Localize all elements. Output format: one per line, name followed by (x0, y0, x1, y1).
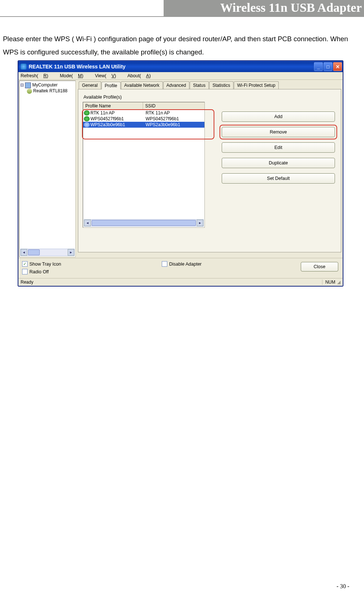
menu-bar: Refresh(R) Mode(M) View(V) About(A) (18, 72, 343, 80)
tab-advanced[interactable]: Advanced (163, 81, 189, 89)
device-tree[interactable]: ⊟ MyComputer Realtek RTL8188 ◄ ► (19, 81, 76, 257)
menu-refresh[interactable]: Refresh(R) (21, 73, 53, 78)
window-title: REALTEK 11n USB Wireless LAN Utility (29, 64, 125, 70)
cell-name: RTK 11n AP (90, 110, 146, 116)
scroll-thumb[interactable] (92, 220, 196, 226)
cell-ssid: WPS2a3b0e96b1 (146, 122, 204, 127)
add-button[interactable]: Add (222, 111, 335, 122)
tab-bar: General Profile Available Network Advanc… (79, 81, 341, 89)
bottom-bar: ✓ Show Tray Icon Radio Off Disable Adapt… (18, 258, 343, 278)
scroll-right-icon[interactable]: ► (68, 249, 74, 256)
status-text: Ready (21, 280, 322, 285)
status-bar: Ready NUM ◢ (18, 278, 343, 286)
tab-body: Available Profile(s) Profile Name SSID R… (78, 89, 341, 252)
edit-button[interactable]: Edit (222, 142, 335, 153)
disable-adapter-label: Disable Adapter (169, 262, 201, 267)
profile-list[interactable]: Profile Name SSID RTK 11n AP RTK 11n AP … (83, 102, 205, 228)
cell-name: WPS2a3b0e96b1 (90, 122, 146, 127)
checkbox-icon (162, 261, 167, 267)
tree-child-label: Realtek RTL8188 (33, 88, 67, 93)
maximize-button[interactable]: □ (324, 62, 332, 71)
tree-hscroll[interactable]: ◄ ► (20, 249, 75, 256)
col-ssid[interactable]: SSID (143, 102, 204, 110)
adapter-icon (27, 89, 32, 94)
profile-icon (84, 116, 90, 121)
tab-profile[interactable]: Profile (101, 82, 121, 89)
scroll-left-icon[interactable]: ◄ (21, 249, 27, 256)
header-rule (0, 16, 364, 17)
remove-button[interactable]: Remove (222, 127, 335, 137)
scroll-right-icon[interactable]: ► (197, 220, 203, 226)
tree-root-label: MyComputer (32, 82, 58, 88)
tree-child[interactable]: Realtek RTL8188 (27, 88, 75, 94)
scroll-left-icon[interactable]: ◄ (84, 220, 91, 226)
computer-icon (25, 82, 31, 88)
cell-ssid: RTK 11n AP (146, 110, 204, 116)
show-tray-checkbox[interactable]: ✓ Show Tray Icon (22, 261, 118, 267)
tab-wifi-protect-setup[interactable]: Wi-Fi Protect Setup (234, 81, 279, 89)
doc-header-banner: Wireless 11n USB Adapter (164, 0, 364, 16)
cell-ssid: WPS04527f96b1 (146, 116, 204, 121)
list-hscroll[interactable]: ◄ ► (84, 219, 204, 227)
title-bar[interactable]: REALTEK 11n USB Wireless LAN Utility _ □… (18, 61, 343, 72)
cell-name: WPS04527f96b1 (90, 116, 146, 121)
page-number: - 30 - (336, 583, 349, 590)
tree-root[interactable]: ⊟ MyComputer (20, 82, 75, 88)
list-row-selected[interactable]: WPS2a3b0e96b1 WPS2a3b0e96b1 (83, 122, 204, 128)
disable-adapter-checkbox[interactable]: Disable Adapter (162, 261, 201, 267)
tab-statistics[interactable]: Statistics (209, 81, 233, 89)
window-close-button[interactable]: ✕ (333, 62, 342, 71)
col-profile-name[interactable]: Profile Name (83, 102, 143, 110)
menu-view[interactable]: View(V) (95, 73, 121, 78)
section-label: Available Profile(s) (83, 95, 336, 100)
app-window: REALTEK 11n USB Wireless LAN Utility _ □… (18, 60, 343, 287)
list-row[interactable]: WPS04527f96b1 WPS04527f96b1 (83, 116, 204, 122)
set-default-button[interactable]: Set Default (222, 173, 335, 184)
show-tray-label: Show Tray Icon (29, 262, 61, 267)
tab-status[interactable]: Status (190, 81, 209, 89)
menu-about[interactable]: About(A) (127, 73, 156, 78)
menu-mode[interactable]: Mode(M) (60, 73, 89, 78)
close-button[interactable]: Close (301, 262, 338, 271)
app-icon (21, 64, 26, 70)
duplicate-button[interactable]: Duplicate (222, 158, 335, 168)
tab-general[interactable]: General (79, 81, 101, 89)
intro-paragraph: Please enter the WPS ( Wi-Fi ) configura… (3, 32, 360, 59)
checkbox-icon (22, 269, 28, 274)
tab-available-network[interactable]: Available Network (121, 81, 163, 89)
status-numlock: NUM (322, 280, 335, 285)
checkbox-icon: ✓ (22, 261, 28, 267)
minimize-button[interactable]: _ (314, 62, 323, 71)
resize-grip-icon[interactable]: ◢ (335, 280, 340, 285)
list-row[interactable]: RTK 11n AP RTK 11n AP (83, 110, 204, 116)
radio-off-label: Radio Off (29, 269, 49, 274)
radio-off-checkbox[interactable]: Radio Off (22, 269, 118, 274)
profile-icon (84, 110, 90, 116)
scroll-thumb[interactable] (28, 249, 40, 255)
profile-icon (84, 122, 90, 127)
